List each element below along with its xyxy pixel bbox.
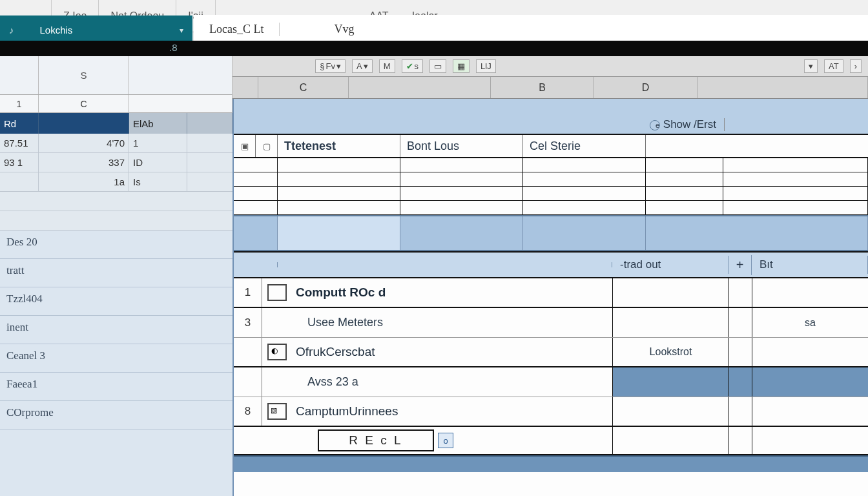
bg-col-s[interactable]: S bbox=[39, 56, 129, 94]
menu-locas[interactable]: Locas_C Lt bbox=[194, 23, 280, 36]
background-sheet: S 1 C Rd ElAb 87.51 4'70 1 93 1 337 ID 1… bbox=[0, 56, 232, 496]
panel-header: e Show /Erst bbox=[234, 99, 868, 135]
bg-col-c[interactable]: C bbox=[39, 95, 129, 112]
toolbar-dropdown[interactable]: ▾ bbox=[804, 59, 818, 73]
section1-headrow: ▣ ▢ Ttetenest Bont Lous Cel Sterie bbox=[234, 135, 868, 158]
cell-lookstrot: Lookstrot bbox=[612, 338, 728, 366]
section-1: ▣ ▢ Ttetenest Bont Lous Cel Sterie bbox=[234, 135, 868, 215]
toolbar-btn-1[interactable]: ▭ bbox=[429, 59, 446, 73]
chip-icon: e bbox=[650, 120, 660, 130]
expand-icon-2[interactable]: ▢ bbox=[256, 135, 278, 157]
toolbar-btn-2[interactable]: ▦ bbox=[453, 59, 470, 73]
checkbox-icon[interactable]: ◐ bbox=[267, 344, 287, 360]
list-item[interactable]: Tzzl404 bbox=[0, 287, 232, 316]
row-label: Usee Meteters bbox=[307, 316, 383, 329]
add-column-button[interactable]: + bbox=[728, 255, 752, 275]
bg-row[interactable]: 87.51 4'70 1 bbox=[0, 134, 232, 153]
formula-value: .8 bbox=[169, 42, 178, 53]
bg-th-1[interactable]: Rd bbox=[0, 113, 39, 134]
colhead-blank2[interactable] bbox=[349, 77, 491, 98]
bottom-band bbox=[234, 455, 868, 472]
bg-sheet-header2: 1 C bbox=[0, 95, 232, 113]
menu-vvg[interactable]: Vvg bbox=[318, 23, 369, 36]
list-item[interactable]: Faeea1 bbox=[0, 373, 232, 401]
col-bontlous[interactable]: Bont Lous bbox=[400, 135, 523, 157]
toolbar-ll[interactable]: LlJ bbox=[476, 59, 496, 73]
row-number: 1 bbox=[234, 278, 262, 307]
colhead-b[interactable]: B bbox=[491, 77, 594, 98]
selected-cell[interactable] bbox=[278, 216, 400, 250]
row-label: Computt ROc d bbox=[292, 285, 389, 300]
recl-row: R E c L o bbox=[234, 427, 868, 455]
toolbar-more[interactable]: › bbox=[850, 59, 862, 73]
list-item[interactable]: COrprome bbox=[0, 401, 232, 429]
chevron-down-icon: ▾ bbox=[180, 26, 183, 35]
row-label: CamptumUrinnees bbox=[292, 404, 402, 418]
main-overlay-sheet: e Show /Erst ▣ ▢ Ttetenest Bont Lous Cel… bbox=[232, 99, 868, 496]
toolbar-m[interactable]: M bbox=[379, 59, 395, 73]
toolbar-at[interactable]: AT bbox=[824, 59, 843, 73]
colhead-tail[interactable] bbox=[698, 77, 868, 98]
task-row[interactable]: 3 Usee Meteters sa bbox=[234, 308, 868, 338]
task-row[interactable]: 8 ▧ CamptumUrinnees bbox=[234, 397, 868, 427]
toolbar-fv[interactable]: § Fv ▾ bbox=[315, 59, 346, 73]
checkbox-icon[interactable]: ▧ bbox=[267, 403, 287, 420]
bg-th-2[interactable]: ElAb bbox=[129, 113, 187, 134]
expand-icon[interactable]: ▣ bbox=[234, 135, 256, 157]
list-item[interactable]: tratt bbox=[0, 259, 232, 287]
row-number: 8 bbox=[234, 397, 262, 426]
bg-table-body: 87.51 4'70 1 93 1 337 ID 1a Is bbox=[0, 134, 232, 231]
col-ttetenest[interactable]: Ttetenest bbox=[278, 135, 400, 157]
section-2: -trad out + Bıt 1 Computt ROc d 3 Usee M… bbox=[234, 251, 868, 472]
bg-table-header: Rd ElAb bbox=[0, 113, 232, 134]
recl-tag[interactable]: o bbox=[438, 433, 453, 448]
toolbar-s[interactable]: ✔s bbox=[402, 59, 424, 73]
tab-icon: ♪ bbox=[9, 25, 14, 36]
cell-sa: sa bbox=[752, 308, 868, 337]
bg-lower-list: Des 20 tratt Tzzl404 inent Ceanel 3 Faee… bbox=[0, 231, 232, 496]
checkbox-icon[interactable] bbox=[267, 284, 287, 301]
bg-sheet-header: S bbox=[0, 56, 232, 95]
colhead-d[interactable]: D bbox=[594, 77, 698, 98]
toolbar: ‹ § Fv ▾ A ▾ M ✔s ▭ ▦ LlJ ▾ AT › bbox=[194, 56, 868, 77]
recl-button[interactable]: R E c L bbox=[318, 429, 434, 451]
toolbar-a[interactable]: A ▾ bbox=[352, 59, 373, 73]
tab-label: Lokchis bbox=[40, 25, 73, 36]
bg-row-1[interactable]: 1 bbox=[0, 95, 39, 112]
task-row[interactable]: Avss 23 a bbox=[234, 367, 868, 397]
section1-grid[interactable] bbox=[234, 158, 868, 215]
colhead-c[interactable]: C bbox=[258, 77, 349, 98]
mid-separator bbox=[234, 215, 868, 251]
list-item[interactable]: inent bbox=[0, 316, 232, 344]
list-item[interactable]: Des 20 bbox=[0, 231, 232, 259]
col-tradout[interactable]: -trad out bbox=[612, 256, 728, 274]
formula-strip: .8 bbox=[0, 41, 868, 56]
section2-header: -trad out + Bıt bbox=[234, 253, 868, 278]
col-celsterie[interactable]: Cel Sterie bbox=[523, 135, 646, 157]
row-label: Avss 23 a bbox=[307, 375, 358, 389]
col-but[interactable]: Bıt bbox=[752, 256, 868, 274]
panel-show-toggle[interactable]: Show /Erst bbox=[663, 118, 716, 130]
row-number: 3 bbox=[234, 308, 262, 337]
column-headers-upper: C B D bbox=[194, 77, 868, 99]
row-label: OfrukCerscbat bbox=[292, 345, 378, 359]
bg-row[interactable]: 93 1 337 ID bbox=[0, 153, 232, 172]
task-row[interactable]: ◐ OfrukCerscbat Lookstrot bbox=[234, 338, 868, 367]
list-item[interactable]: Ceanel 3 bbox=[0, 344, 232, 373]
bg-corner[interactable] bbox=[0, 56, 39, 94]
bg-row[interactable]: 1a Is bbox=[0, 172, 232, 192]
task-row[interactable]: 1 Computt ROc d bbox=[234, 278, 868, 308]
